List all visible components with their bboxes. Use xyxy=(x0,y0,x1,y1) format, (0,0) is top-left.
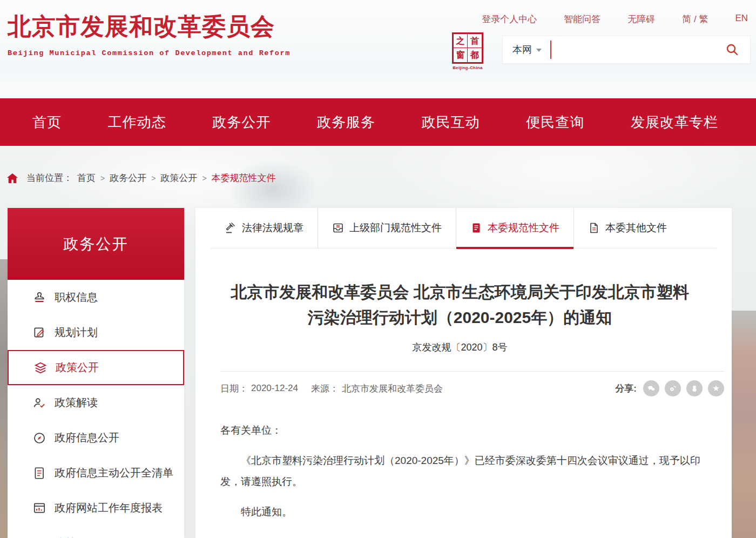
nav-item-home[interactable]: 首页 xyxy=(32,113,62,132)
breadcrumb: 当前位置： 首页 > 政务公开 > 政策公开 > 本委规范性文件 xyxy=(6,172,276,184)
sidebar-item-authority-info[interactable]: 职权信息 xyxy=(8,280,184,315)
smart-qa-link[interactable]: 智能问答 xyxy=(564,13,600,25)
person-check-icon xyxy=(32,396,46,410)
breadcrumb-separator: > xyxy=(151,174,156,183)
main-navigation: 首页 工作动态 政务公开 政务服务 政民互动 便民查询 发展改革专栏 xyxy=(0,98,756,146)
content-panel: 法律法规规章 上级部门规范性文件 本委规范性文件 xyxy=(195,208,732,538)
tab-superior-normative-docs[interactable]: 上级部门规范性文件 xyxy=(318,208,456,248)
nav-item-work-news[interactable]: 工作动态 xyxy=(108,113,166,132)
article-meta: 日期：2020-12-24 来源：北京市发展和改革委员会 分享: ★ xyxy=(220,372,724,396)
report-chart-icon xyxy=(32,501,46,515)
search-icon xyxy=(725,43,739,57)
accessibility-link[interactable]: 无障碍 xyxy=(627,13,655,25)
sidebar-item-plans[interactable]: 规划计划 xyxy=(8,315,184,350)
sidebar-item-label: 职权信息 xyxy=(55,290,98,305)
catalog-icon xyxy=(32,536,46,538)
share-bar: 分享: ★ xyxy=(615,380,724,396)
favorite-share-icon[interactable]: ★ xyxy=(708,380,724,396)
red-document-icon xyxy=(470,222,482,234)
tab-label: 本委规范性文件 xyxy=(488,221,559,235)
qq-share-icon[interactable] xyxy=(686,380,703,396)
wechat-share-icon[interactable] xyxy=(643,380,659,396)
source-label: 来源： xyxy=(311,382,339,395)
paragraph: 特此通知。 xyxy=(220,502,719,523)
sidebar-item-policy-interpretation[interactable]: 政策解读 xyxy=(8,385,184,420)
breadcrumb-label: 当前位置： xyxy=(26,172,72,184)
date-value: 2020-12-24 xyxy=(251,383,298,394)
nav-item-interaction[interactable]: 政民互动 xyxy=(422,113,480,132)
compass-icon xyxy=(32,431,46,445)
sidebar-item-gov-info-disclosure[interactable]: 政府信息公开 xyxy=(8,420,184,455)
paragraph: 《北京市塑料污染治理行动计划（2020-2025年）》已经市委深改委第十四次会议… xyxy=(220,450,719,493)
site-search: 本网 xyxy=(502,36,751,64)
plan-edit-icon xyxy=(32,326,46,340)
inbox-document-icon xyxy=(332,222,344,234)
site-title: 北京市发展和改革委员会 xyxy=(8,11,291,43)
stamp-icon xyxy=(32,291,46,305)
tab-label: 上级部门规范性文件 xyxy=(349,221,442,235)
search-button[interactable] xyxy=(724,42,740,58)
simplified-traditional-link[interactable]: 简 / 繁 xyxy=(682,13,708,25)
nav-item-convenient-query[interactable]: 便民查询 xyxy=(526,113,584,132)
search-input[interactable] xyxy=(551,39,724,60)
date-label: 日期： xyxy=(220,382,248,395)
breadcrumb-separator: > xyxy=(100,174,105,183)
breadcrumb-home[interactable]: 首页 xyxy=(77,172,96,184)
breadcrumb-policy[interactable]: 政策公开 xyxy=(160,172,197,184)
nav-item-reform-column[interactable]: 发展改革专栏 xyxy=(631,113,718,132)
tab-commission-other-docs[interactable]: 本委其他文件 xyxy=(573,208,681,248)
nav-item-gov-affairs[interactable]: 政务公开 xyxy=(212,113,271,132)
sidebar-item-label: 政策解读 xyxy=(55,395,98,410)
nav-item-gov-services[interactable]: 政务服务 xyxy=(317,113,375,132)
document-type-tabs: 法律法规规章 上级部门规范性文件 本委规范性文件 xyxy=(211,208,717,248)
sidebar: 政务公开 职权信息 规划计划 政策公开 xyxy=(8,208,184,538)
search-scope-label: 本网 xyxy=(512,43,532,56)
site-logo[interactable]: 北京市发展和改革委员会 Beijing Municipal Commission… xyxy=(8,11,291,57)
article-body: 各有关单位： 《北京市塑料污染治理行动计划（2020-2025年）》已经市委深改… xyxy=(220,396,719,538)
tab-label: 本委其他文件 xyxy=(605,221,667,235)
sidebar-title-label: 政务公开 xyxy=(64,234,129,254)
english-link[interactable]: EN xyxy=(735,13,748,25)
sidebar-item-proactive-disclosure-list[interactable]: 政府信息主动公开全清单 xyxy=(8,455,184,490)
share-label: 分享: xyxy=(615,382,637,395)
sidebar-item-label: 政府网站工作年度报表 xyxy=(55,501,163,515)
seal-char: 首 xyxy=(468,34,482,48)
salutation: 各有关单位： xyxy=(220,420,719,441)
sidebar-item-label: 政策公开 xyxy=(56,360,99,375)
gavel-icon xyxy=(225,222,237,234)
document-number: 京发改规〔2020〕8号 xyxy=(195,341,724,354)
site-subtitle: Beijing Municipal Commission of Developm… xyxy=(8,49,291,57)
sidebar-item-decision-catalog[interactable]: 决策目录 xyxy=(8,526,184,538)
sidebar-item-label: 规划计划 xyxy=(55,325,98,340)
seal-icon: 之 首 窗 都 xyxy=(452,32,483,64)
seal-char: 都 xyxy=(468,48,482,62)
seal-char: 之 xyxy=(454,34,468,48)
sidebar-item-label: 政府信息主动公开全清单 xyxy=(55,466,173,480)
article-title: 北京市发展和改革委员会 北京市生态环境局关于印发北京市塑料污染治理行动计划（20… xyxy=(225,280,694,330)
sidebar-item-label: 决策目录 xyxy=(55,536,98,538)
sidebar-item-annual-website-report[interactable]: 政府网站工作年度报表 xyxy=(8,490,184,526)
home-icon[interactable] xyxy=(6,173,18,184)
sidebar-title: 政务公开 xyxy=(8,208,184,280)
chevron-down-icon xyxy=(536,49,542,52)
signature: 北京市发展和改革委员会 xyxy=(220,534,719,538)
background-photo-right xyxy=(730,311,756,538)
breadcrumb-current: 本委规范性文件 xyxy=(212,172,276,184)
tab-commission-normative-docs[interactable]: 本委规范性文件 xyxy=(456,208,573,248)
background-photo-left xyxy=(0,259,8,538)
login-link[interactable]: 登录个人中心 xyxy=(482,13,537,25)
source-value: 北京市发展和改革委员会 xyxy=(342,382,443,395)
seal-caption: Beijing-China xyxy=(451,65,484,70)
seal-char: 窗 xyxy=(454,48,468,62)
sidebar-item-label: 政府信息公开 xyxy=(55,431,119,445)
weibo-share-icon[interactable] xyxy=(665,380,681,396)
sidebar-item-policy-disclosure[interactable]: 政策公开 xyxy=(8,350,184,385)
tab-laws-regulations[interactable]: 法律法规规章 xyxy=(211,208,318,248)
breadcrumb-gov-affairs[interactable]: 政务公开 xyxy=(110,172,146,184)
search-scope-dropdown[interactable]: 本网 xyxy=(512,43,542,56)
tab-label: 法律法规规章 xyxy=(242,221,303,235)
top-utility-links: 登录个人中心 智能问答 无障碍 简 / 繁 EN xyxy=(482,13,748,25)
document-copy-icon xyxy=(588,222,600,234)
date-source: 日期：2020-12-24 来源：北京市发展和改革委员会 xyxy=(220,382,443,395)
capital-window-seal-logo[interactable]: 之 首 窗 都 Beijing-China xyxy=(451,32,484,70)
